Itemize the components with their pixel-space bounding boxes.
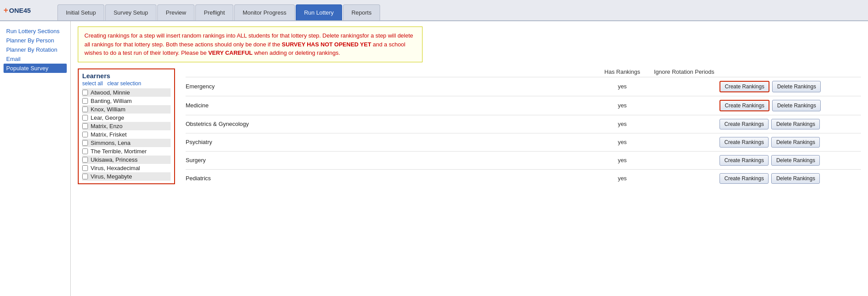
learner-item: Matrix, Frisket — [82, 130, 171, 139]
logo-text: ONE45 — [9, 7, 31, 14]
learner-name: Banting, William — [91, 98, 132, 104]
ranking-name: Obstetrics & Gynecology — [186, 121, 596, 127]
learners-section: Learners select all clear selection Atwo… — [78, 68, 861, 187]
delete-rankings-button[interactable]: Delete Rankings — [772, 100, 821, 111]
create-rankings-button[interactable]: Create Rankings — [720, 137, 769, 148]
create-rankings-button[interactable]: Create Rankings — [720, 81, 769, 92]
sidebar-item-run-lottery-sections[interactable]: Run Lottery Sections — [4, 27, 67, 36]
warning-text-bold2: VERY CAREFUL — [208, 49, 252, 56]
learner-item: Ukisawa, Princess — [82, 156, 171, 164]
create-rankings-button[interactable]: Create Rankings — [720, 119, 769, 129]
ranking-has-rankings: yes — [596, 83, 649, 90]
learners-panel: Learners select all clear selection Atwo… — [78, 68, 175, 184]
warning-text-bold1: SURVEY HAS NOT OPENED YET — [282, 41, 371, 48]
learner-name: Virus, Megabyte — [91, 173, 132, 180]
warning-text-end: when adding or deleting rankings. — [253, 49, 340, 56]
create-rankings-button[interactable]: Create Rankings — [720, 155, 769, 166]
learners-actions: select all clear selection — [82, 80, 171, 87]
learner-checkbox[interactable] — [82, 123, 88, 129]
logo: + ONE45 — [4, 6, 52, 15]
ranking-actions: Create RankingsDelete Rankings — [720, 173, 861, 184]
tab-reports[interactable]: Reports — [343, 4, 380, 20]
warning-box: Creating rankings for a step will insert… — [78, 27, 423, 62]
ranking-row: PediatricsyesCreate RankingsDelete Ranki… — [186, 169, 861, 187]
learner-item: Virus, Hexadecimal — [82, 164, 171, 172]
learner-checkbox[interactable] — [82, 98, 88, 104]
delete-rankings-button[interactable]: Delete Rankings — [771, 119, 820, 129]
content-area: Creating rankings for a step will insert… — [71, 21, 868, 296]
learner-name: Lear, George — [91, 114, 124, 121]
ranking-name: Medicine — [186, 102, 596, 109]
col-header-has-rankings: Has Rankings — [596, 68, 649, 75]
clear-selection-link[interactable]: clear selection — [107, 80, 141, 87]
delete-rankings-button[interactable]: Delete Rankings — [771, 155, 820, 166]
rankings-table: Has Rankings Ignore Rotation Periods Eme… — [186, 68, 861, 187]
delete-rankings-button[interactable]: Delete Rankings — [771, 137, 820, 148]
delete-rankings-button[interactable]: Delete Rankings — [772, 81, 821, 92]
ranking-has-rankings: yes — [596, 157, 649, 163]
ranking-actions: Create RankingsDelete Rankings — [720, 100, 861, 111]
ranking-row: SurgeryyesCreate RankingsDelete Rankings — [186, 151, 861, 169]
ranking-actions: Create RankingsDelete Rankings — [720, 81, 861, 92]
ranking-actions: Create RankingsDelete Rankings — [720, 155, 861, 166]
learner-checkbox[interactable] — [82, 132, 88, 137]
ranking-actions: Create RankingsDelete Rankings — [720, 137, 861, 148]
ranking-name: Emergency — [186, 83, 596, 90]
learner-checkbox[interactable] — [82, 157, 88, 163]
logo-plus-icon: + — [4, 6, 8, 15]
ranking-row: Obstetrics & GynecologyyesCreate Ranking… — [186, 115, 861, 133]
ranking-actions: Create RankingsDelete Rankings — [720, 119, 861, 129]
learner-list: Atwood, MinnieBanting, WilliamKnox, Will… — [82, 88, 171, 181]
learner-name: Matrix, Frisket — [91, 131, 127, 138]
ranking-has-rankings: yes — [596, 139, 649, 145]
sidebar: Run Lottery SectionsPlanner By PersonPla… — [0, 21, 71, 296]
learners-title: Learners — [82, 72, 171, 80]
tab-survey-setup[interactable]: Survey Setup — [105, 4, 156, 20]
tab-bar: Initial SetupSurvey SetupPreviewPrefligh… — [57, 0, 381, 20]
select-all-link[interactable]: select all — [82, 80, 103, 87]
tab-preflight[interactable]: Preflight — [195, 4, 233, 20]
learner-checkbox[interactable] — [82, 106, 88, 112]
learner-item: The Terrible, Mortimer — [82, 147, 171, 156]
learner-checkbox[interactable] — [82, 148, 88, 154]
sidebar-item-planner-by-rotation[interactable]: Planner By Rotation — [4, 45, 67, 54]
create-rankings-button[interactable]: Create Rankings — [720, 173, 769, 184]
ranking-name: Surgery — [186, 157, 596, 163]
learner-item: Atwood, Minnie — [82, 88, 171, 97]
learner-name: Atwood, Minnie — [91, 89, 130, 96]
learner-checkbox[interactable] — [82, 140, 88, 146]
sidebar-item-planner-by-person[interactable]: Planner By Person — [4, 36, 67, 45]
learner-name: Knox, William — [91, 106, 126, 113]
col-header-ignore: Ignore Rotation Periods — [649, 68, 720, 75]
ranking-row: PsychiatryyesCreate RankingsDelete Ranki… — [186, 133, 861, 151]
tab-run-lottery[interactable]: Run Lottery — [296, 4, 342, 20]
top-bar: + ONE45 Initial SetupSurvey SetupPreview… — [0, 0, 868, 21]
ranking-name: Pediatrics — [186, 175, 596, 182]
learner-checkbox[interactable] — [82, 115, 88, 121]
learner-name: The Terrible, Mortimer — [91, 148, 147, 155]
tab-initial-setup[interactable]: Initial Setup — [57, 4, 104, 20]
learner-name: Ukisawa, Princess — [91, 156, 137, 163]
learner-checkbox[interactable] — [82, 165, 88, 171]
ranking-has-rankings: yes — [596, 102, 649, 109]
create-rankings-button[interactable]: Create Rankings — [720, 100, 769, 111]
learner-name: Matrix, Enzo — [91, 123, 122, 129]
tab-preview[interactable]: Preview — [157, 4, 194, 20]
learner-checkbox[interactable] — [82, 174, 88, 179]
learner-item: Knox, William — [82, 105, 171, 114]
ranking-has-rankings: yes — [596, 175, 649, 182]
rankings-table-header: Has Rankings Ignore Rotation Periods — [186, 68, 861, 77]
delete-rankings-button[interactable]: Delete Rankings — [771, 173, 820, 184]
learner-item: Lear, George — [82, 114, 171, 122]
learner-item: Simmons, Lena — [82, 139, 171, 147]
ranking-row: MedicineyesCreate RankingsDelete Ranking… — [186, 96, 861, 115]
learner-checkbox[interactable] — [82, 90, 88, 95]
learner-name: Simmons, Lena — [91, 140, 130, 146]
tab-monitor-progress[interactable]: Monitor Progress — [234, 4, 295, 20]
ranking-has-rankings: yes — [596, 121, 649, 127]
learner-item: Virus, Megabyte — [82, 172, 171, 181]
sidebar-item-populate-survey[interactable]: Populate Survey — [4, 64, 67, 73]
ranking-name: Psychiatry — [186, 139, 596, 145]
rankings-rows: EmergencyyesCreate RankingsDelete Rankin… — [186, 77, 861, 187]
sidebar-item-email[interactable]: Email — [4, 54, 67, 64]
